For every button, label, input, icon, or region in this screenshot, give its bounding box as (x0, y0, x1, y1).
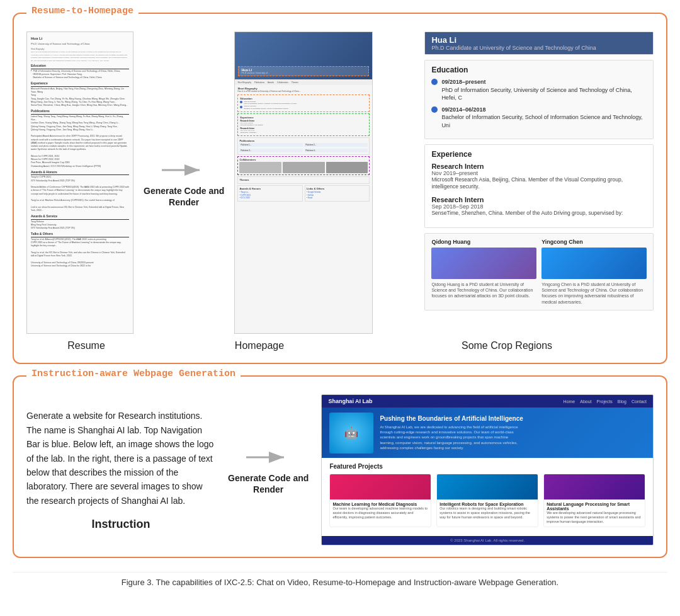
crop-collab-section: Qidong Huang Qidong Huang is a PhD stude… (425, 234, 653, 309)
crop-edu-text-2: 09/2014–06/2018 Bachelor of Information … (441, 106, 647, 130)
resume-preview: Hua Li Ph.D. University of Science and T… (26, 31, 133, 334)
bottom-panel-content: Generate a website for Research institut… (26, 388, 654, 545)
main-container: Resume-to-Homepage Hua Li Ph.D. Universi… (13, 13, 667, 587)
ailab-project-card-2: Intelligent Robots for Space Exploration… (436, 474, 538, 527)
crop-exp-item-2: Research Intern Sep 2018–Sep 2018 SenseT… (431, 196, 647, 217)
bottom-panel-title: Instruction-aware Webpage Generation (26, 368, 241, 379)
ailab-project-img-3 (544, 474, 645, 499)
crop-exp-date-1: Nov 2019–present (431, 170, 647, 176)
crop-exp-text-2: SenseTime, Shenzhen, China. Member of th… (431, 210, 647, 217)
resume-experience-title: Experience (31, 81, 129, 87)
arrow-label-bottom: Generate Code andRender (228, 472, 309, 495)
ailab-project-desc-1: Our team is developing advanced machine … (332, 506, 428, 520)
ailab-hero-text: Pushing the Boundaries of Artificial Int… (380, 415, 523, 451)
ailab-body: Featured Projects Machine Learning for M… (322, 458, 653, 532)
labels-row: Resume Homepage Some Crop Regions (26, 340, 654, 351)
ailab-hero-desc: At Shanghai AI Lab, we are dedicated to … (380, 425, 518, 451)
crop-exp-section: Experience Research Intern Nov 2019–pres… (425, 145, 653, 228)
ailab-hero: 🤖 Pushing the Boundaries of Artificial I… (322, 408, 653, 458)
ailab-featured-title: Featured Projects (329, 463, 645, 470)
figure-caption: Figure 3. The capabilities of IXC-2.5: C… (13, 572, 667, 587)
instruction-label: Instruction (26, 518, 215, 531)
ailab-logo-image: 🤖 (329, 413, 373, 453)
crop-header-section: Hua Li Ph.D Candidate at University of S… (425, 32, 653, 54)
ailab-project-name-1: Machine Learning for Medical Diagnosis (332, 502, 428, 506)
crop-person-name: Hua Li (431, 35, 647, 45)
nav-link-home: Home (564, 399, 575, 404)
crop-collab-img-2 (541, 248, 647, 279)
nav-link-blog: Blog (618, 399, 626, 404)
crop-collab-desc-1: Qidong Huang is a PhD student at Univers… (431, 282, 536, 299)
ailab-project-card-3: Natural Language Processing for Smart As… (543, 474, 645, 527)
nav-link-projects: Projects (597, 399, 613, 404)
resume-label: Resume (33, 340, 140, 351)
crop-edu-dot-2 (431, 106, 438, 113)
ailab-nav-links: Home About Projects Blog Contact (564, 399, 647, 404)
generate-arrow-top (159, 157, 209, 183)
top-panel-inner: Hua Li Ph.D. University of Science and T… (26, 25, 654, 351)
resume-publications-title: Publications (31, 109, 129, 115)
homepage-preview: Hua Li Ph.D student, University of... Sh… (234, 31, 373, 334)
crop-person-subtitle: Ph.D Candidate at University of Science … (431, 45, 647, 51)
ailab-hero-title: Pushing the Boundaries of Artificial Int… (380, 415, 523, 422)
crop-collab-name-2: Yingcong Chen (541, 239, 647, 245)
crop-edu-item-1: 09/2018–present PhD of Information Secur… (431, 78, 647, 102)
ailab-project-info-3: Natural Language Processing for Smart As… (544, 499, 645, 527)
ailab-footer: © 2023 Shanghai AI Lab. All rights reser… (322, 536, 653, 545)
ailab-nav: Shanghai AI Lab Home About Projects Blog… (322, 395, 653, 408)
resume-services-title: Awards & Service (31, 214, 129, 220)
crop-edu-title: Education (431, 66, 647, 74)
crop-collab-img-1 (431, 248, 536, 279)
resume-talks-title: Talks & Others (31, 232, 129, 237)
resume-awards-title: Awards & Honors (31, 170, 129, 176)
nav-link-about: About (580, 399, 591, 404)
nav-link-contact: Contact (632, 399, 647, 404)
instruction-text: Generate a website for Research institut… (26, 409, 215, 508)
homepage-label: Homepage (190, 340, 329, 351)
crop-exp-text-1: Microsoft Research Asia, Beijing, China.… (431, 176, 647, 191)
crop-collab-item-2: Yingcong Chen Yingcong Chen is a PhD stu… (541, 239, 647, 304)
crop-regions: Hua Li Ph.D Candidate at University of S… (424, 31, 654, 334)
ailab-project-img-1 (330, 474, 431, 499)
arrow-label-top: Generate Code andRender (144, 185, 224, 208)
top-panel-title: Resume-to-Homepage (26, 6, 139, 16)
crop-edu-dot-1 (431, 79, 438, 85)
crop-exp-title: Experience (431, 150, 647, 159)
ailab-preview: Shanghai AI Lab Home About Projects Blog… (321, 394, 654, 545)
crop-card-education: Education 09/2018–present PhD of Informa… (424, 60, 654, 139)
resume-subtitle: Ph.D. University of Science and Technolo… (31, 42, 129, 46)
ailab-projects-grid: Machine Learning for Medical Diagnosis O… (329, 474, 645, 527)
crop-exp-item-1: Research Intern Nov 2019–present Microso… (431, 163, 647, 191)
crop-exp-title-2: Research Intern (431, 196, 647, 203)
resume-name: Hua Li (31, 36, 129, 41)
crop-card-experience: Experience Research Intern Nov 2019–pres… (424, 144, 654, 229)
crop-edu-section: Education 09/2018–present PhD of Informa… (425, 60, 653, 139)
arrow-section-bottom: Generate Code andRender (228, 445, 309, 495)
crop-card-header: Hua Li Ph.D Candidate at University of S… (424, 31, 654, 55)
panel-content: Hua Li Ph.D. University of Science and T… (26, 25, 654, 334)
arrow-section-top: Generate Code andRender (144, 157, 224, 208)
crop-collab-grid: Qidong Huang Qidong Huang is a PhD stude… (431, 239, 647, 304)
ailab-project-desc-2: Our robotics team is designing and build… (439, 506, 535, 520)
ailab-project-name-2: Intelligent Robots for Space Exploration (439, 502, 535, 506)
crop-collab-desc-2: Yingcong Chen is a PhD student at Univer… (541, 282, 647, 304)
ailab-project-name-3: Natural Language Processing for Smart As… (547, 502, 642, 511)
ailab-project-info-2: Intelligent Robots for Space Exploration… (437, 499, 538, 522)
resume-education-title: Education (31, 64, 129, 69)
crop-label: Some Crop Regions (360, 340, 654, 351)
generate-arrow-bottom (243, 445, 293, 470)
bottom-panel: Instruction-aware Webpage Generation Gen… (13, 375, 667, 558)
instruction-text-box: Generate a website for Research institut… (26, 409, 215, 531)
crop-exp-title-1: Research Intern (431, 163, 647, 170)
ailab-project-card-1: Machine Learning for Medical Diagnosis O… (329, 474, 431, 527)
crop-collab-name-1: Qidong Huang (431, 239, 536, 245)
ailab-project-info-1: Machine Learning for Medical Diagnosis O… (330, 499, 431, 522)
top-panel: Resume-to-Homepage Hua Li Ph.D. Universi… (13, 13, 667, 364)
crop-collab-item-1: Qidong Huang Qidong Huang is a PhD stude… (431, 239, 536, 304)
ailab-nav-title: Shanghai AI Lab (328, 398, 372, 404)
crop-exp-date-2: Sep 2018–Sep 2018 (431, 203, 647, 210)
crop-edu-item-2: 09/2014–06/2018 Bachelor of Information … (431, 106, 647, 130)
ailab-project-img-2 (437, 474, 538, 499)
ailab-project-desc-3: We are developing advanced natural langu… (547, 511, 642, 524)
crop-edu-text-1: 09/2018–present PhD of Information Secur… (441, 78, 647, 102)
